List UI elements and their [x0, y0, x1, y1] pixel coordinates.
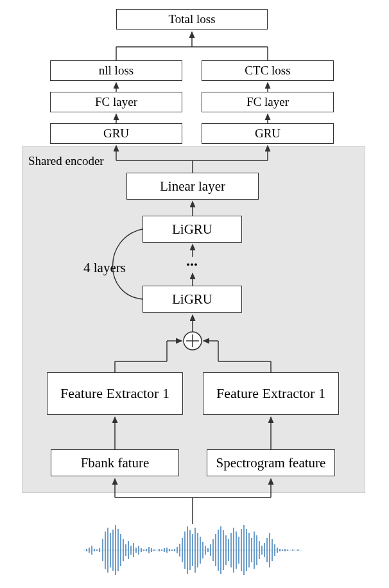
fbank-box: Fbank fature [51, 449, 179, 476]
fbank-text: Fbank fature [81, 455, 150, 471]
total-loss-box: Total loss [116, 9, 268, 30]
fc-left-box: FC layer [50, 92, 182, 112]
layers-note: 4 layers [83, 260, 126, 276]
gru-left-text: GRU [103, 126, 129, 141]
fc-left-text: FC layer [95, 95, 137, 109]
waveform-icon [83, 520, 302, 581]
fc-right-text: FC layer [246, 95, 289, 109]
linear-layer-text: Linear layer [160, 178, 225, 195]
feature-extractor-right: Feature Extractor 1 [203, 372, 339, 415]
shared-encoder-label: Shared encoder [28, 154, 104, 168]
feature-extractor-right-text: Feature Extractor 1 [216, 385, 325, 402]
spectrogram-text: Spectrogram feature [216, 455, 326, 471]
ligru-bottom-text: LiGRU [172, 291, 212, 307]
feature-extractor-left-text: Feature Extractor 1 [60, 385, 169, 402]
ligru-bottom-box: LiGRU [143, 286, 242, 313]
feature-extractor-left: Feature Extractor 1 [47, 372, 183, 415]
spectrogram-box: Spectrogram feature [207, 449, 335, 476]
linear-layer-box: Linear layer [126, 173, 259, 200]
ligru-top-box: LiGRU [143, 216, 242, 243]
nll-loss-text: nll loss [99, 64, 134, 78]
ctc-loss-text: CTC loss [245, 64, 290, 78]
total-loss-text: Total loss [168, 12, 215, 26]
gru-right-box: GRU [202, 123, 334, 144]
ligru-top-text: LiGRU [172, 221, 212, 238]
dots: ... [186, 252, 198, 270]
fc-right-box: FC layer [202, 92, 334, 112]
gru-right-text: GRU [255, 126, 281, 141]
gru-left-box: GRU [50, 123, 182, 144]
ctc-loss-box: CTC loss [202, 60, 334, 81]
nll-loss-box: nll loss [50, 60, 182, 81]
